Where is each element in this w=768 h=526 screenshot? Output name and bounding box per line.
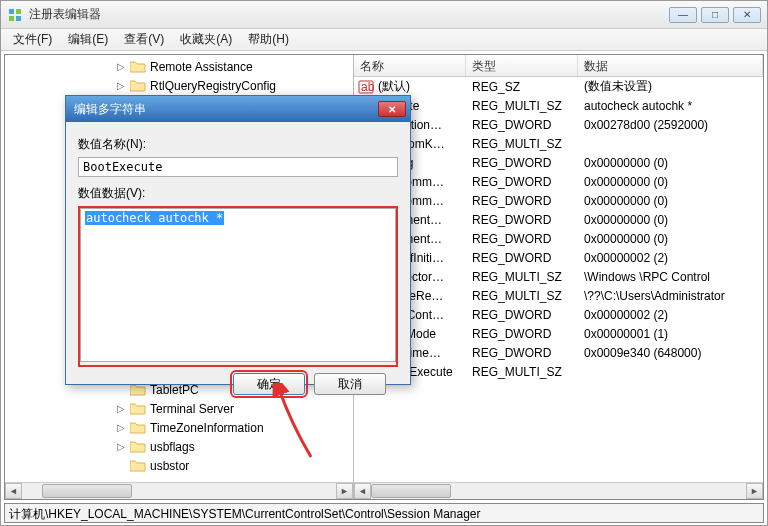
cell-type: REG_DWORD	[472, 232, 551, 246]
svg-rect-3	[16, 16, 21, 21]
list-row[interactable]: 011…egment…REG_DWORD0x00000000 (0)	[354, 229, 763, 248]
cell-data: 0x00000000 (0)	[584, 213, 668, 227]
menu-file[interactable]: 文件(F)	[5, 29, 60, 50]
scroll-right-icon[interactable]: ►	[746, 483, 763, 499]
header-data[interactable]: 数据	[578, 55, 763, 76]
expander-icon[interactable]: ▷	[115, 61, 126, 72]
cell-type: REG_SZ	[472, 80, 520, 94]
list-row[interactable]: 011…eFromK…REG_MULTI_SZ	[354, 134, 763, 153]
expander-icon[interactable]: ▷	[115, 441, 126, 452]
scrollbar-thumb[interactable]	[371, 484, 451, 498]
menu-edit[interactable]: 编辑(E)	[60, 29, 116, 50]
folder-icon	[130, 421, 146, 434]
list-row[interactable]: ab…Director…REG_MULTI_SZ\Windows \RPC Co…	[354, 267, 763, 286]
list-row[interactable]: 011…erOfIniti…REG_DWORD0x00000002 (2)	[354, 248, 763, 267]
value-name-label: 数值名称(N):	[78, 136, 398, 153]
menu-help[interactable]: 帮助(H)	[240, 29, 297, 50]
expander-icon[interactable]: ▷	[115, 80, 126, 91]
list-row[interactable]: 011…ceTime…REG_DWORD0x0009e340 (648000)	[354, 343, 763, 362]
cell-data: 0x00000002 (2)	[584, 308, 668, 322]
header-type[interactable]: 类型	[466, 55, 578, 76]
header-name[interactable]: 名称	[354, 55, 466, 76]
cell-type: REG_DWORD	[472, 213, 551, 227]
value-data-textarea[interactable]	[80, 208, 396, 362]
tree-item-label: TimeZoneInformation	[150, 421, 264, 435]
list-row[interactable]: 011…ionModeREG_DWORD0x00000001 (1)	[354, 324, 763, 343]
cell-type: REG_DWORD	[472, 346, 551, 360]
app-icon	[7, 7, 23, 23]
tree-item[interactable]: ▷Remote Assistance	[5, 57, 353, 76]
cell-data: 0x0009e340 (648000)	[584, 346, 701, 360]
list-row[interactable]: 011…egment…REG_DWORD0x00000000 (0)	[354, 210, 763, 229]
list-row[interactable]: 011…sorCont…REG_DWORD0x00000002 (2)	[354, 305, 763, 324]
tree-item-label: Remote Assistance	[150, 60, 253, 74]
svg-rect-2	[9, 16, 14, 21]
list-row[interactable]: 011…eComm…REG_DWORD0x00000000 (0)	[354, 172, 763, 191]
window-maximize-button[interactable]: □	[701, 7, 729, 23]
scroll-right-icon[interactable]: ►	[336, 483, 353, 499]
value-list[interactable]: 名称 类型 数据 ab(默认)REG_SZ(数值未设置)ab…ecuteREG_…	[354, 55, 763, 499]
tree-h-scrollbar[interactable]: ◄ ►	[5, 482, 353, 499]
cancel-button[interactable]: 取消	[314, 373, 386, 395]
folder-icon	[130, 60, 146, 73]
value-data-label: 数值数据(V):	[78, 185, 398, 202]
tree-item-label: RtlQueryRegistryConfig	[150, 79, 276, 93]
string-value-icon: ab	[358, 79, 374, 95]
value-name-input[interactable]	[78, 157, 398, 177]
list-row[interactable]: abSetupExecuteREG_MULTI_SZ	[354, 362, 763, 381]
cell-data: 0x00000000 (0)	[584, 175, 668, 189]
svg-rect-0	[9, 9, 14, 14]
cell-data: (数值未设置)	[584, 79, 652, 93]
list-row[interactable]: 011…FlagREG_DWORD0x00000000 (0)	[354, 153, 763, 172]
cell-name: (默认)	[378, 79, 410, 93]
cell-data: autocheck autochk *	[584, 99, 692, 113]
folder-icon	[130, 459, 146, 472]
expander-icon[interactable]	[115, 460, 126, 471]
cell-type: REG_DWORD	[472, 156, 551, 170]
window-close-button[interactable]: ✕	[733, 7, 761, 23]
dialog-title: 编辑多字符串	[70, 101, 378, 118]
cell-type: REG_DWORD	[472, 118, 551, 132]
list-row[interactable]: ab…ecuteREG_MULTI_SZautocheck autochk *	[354, 96, 763, 115]
window-title: 注册表编辑器	[29, 6, 669, 23]
cell-type: REG_DWORD	[472, 308, 551, 322]
menu-bar: 文件(F) 编辑(E) 查看(V) 收藏夹(A) 帮助(H)	[1, 29, 767, 51]
list-row[interactable]: 011…Section…REG_DWORD0x00278d00 (2592000…	[354, 115, 763, 134]
svg-rect-1	[16, 9, 21, 14]
cell-type: REG_MULTI_SZ	[472, 99, 562, 113]
cell-data: 0x00000001 (1)	[584, 327, 668, 341]
list-row[interactable]: ab(默认)REG_SZ(数值未设置)	[354, 77, 763, 96]
svg-text:ab: ab	[361, 80, 374, 94]
menu-view[interactable]: 查看(V)	[116, 29, 172, 50]
edit-multistring-dialog: 编辑多字符串 ✕ 数值名称(N): 数值数据(V): autocheck aut…	[65, 95, 411, 385]
cell-data: 0x00000000 (0)	[584, 232, 668, 246]
menu-favorites[interactable]: 收藏夹(A)	[172, 29, 240, 50]
tree-item[interactable]: ▷RtlQueryRegistryConfig	[5, 76, 353, 95]
tree-item-label: usbstor	[150, 459, 189, 473]
value-data-highlight-box: autocheck autochk *	[78, 206, 398, 367]
cell-data: 0x00000002 (2)	[584, 251, 668, 265]
expander-icon[interactable]: ▷	[115, 422, 126, 433]
folder-icon	[130, 440, 146, 453]
list-h-scrollbar[interactable]: ◄ ►	[354, 482, 763, 499]
cell-data: \??\C:\Users\Administrator	[584, 289, 725, 303]
scrollbar-thumb[interactable]	[42, 484, 132, 498]
window-minimize-button[interactable]: —	[669, 7, 697, 23]
ok-button[interactable]: 确定	[233, 373, 305, 395]
list-row[interactable]: ab…gFileRe…REG_MULTI_SZ\??\C:\Users\Admi…	[354, 286, 763, 305]
status-bar: 计算机\HKEY_LOCAL_MACHINE\SYSTEM\CurrentCon…	[4, 503, 764, 523]
cell-type: REG_DWORD	[472, 175, 551, 189]
tree-item[interactable]: usbstor	[5, 456, 353, 475]
list-row[interactable]: 011…eComm…REG_DWORD0x00000000 (0)	[354, 191, 763, 210]
scroll-left-icon[interactable]: ◄	[354, 483, 371, 499]
cell-type: REG_MULTI_SZ	[472, 137, 562, 151]
tree-item[interactable]: ▷TimeZoneInformation	[5, 418, 353, 437]
cell-data: 0x00000000 (0)	[584, 194, 668, 208]
scroll-left-icon[interactable]: ◄	[5, 483, 22, 499]
folder-icon	[130, 79, 146, 92]
window-titlebar: 注册表编辑器 — □ ✕	[1, 1, 767, 29]
dialog-close-button[interactable]: ✕	[378, 101, 406, 117]
cell-type: REG_MULTI_SZ	[472, 289, 562, 303]
dialog-titlebar[interactable]: 编辑多字符串 ✕	[66, 96, 410, 122]
tree-item[interactable]: ▷usbflags	[5, 437, 353, 456]
